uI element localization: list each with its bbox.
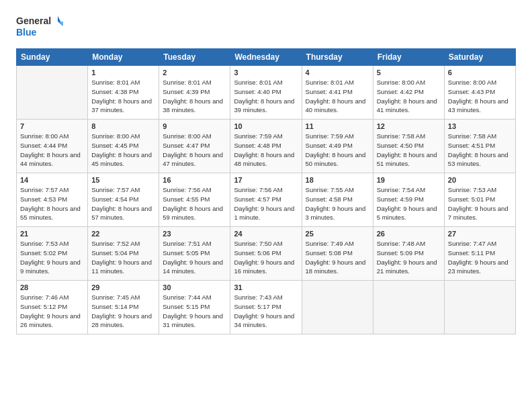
- day-number: 11: [306, 122, 369, 130]
- calendar-cell: 28Sunrise: 7:46 AMSunset: 5:12 PMDayligh…: [17, 281, 88, 334]
- day-number: 22: [91, 230, 155, 238]
- day-info: Sunrise: 7:58 AMSunset: 4:51 PMDaylight:…: [448, 132, 512, 169]
- calendar-cell: [444, 281, 515, 334]
- day-number: 7: [20, 122, 84, 130]
- day-info: Sunrise: 7:52 AMSunset: 5:04 PMDaylight:…: [91, 239, 155, 276]
- day-info: Sunrise: 7:50 AMSunset: 5:06 PMDaylight:…: [234, 239, 298, 276]
- calendar-table: SundayMondayTuesdayWednesdayThursdayFrid…: [16, 48, 516, 334]
- calendar-cell: 11Sunrise: 7:59 AMSunset: 4:49 PMDayligh…: [302, 120, 373, 173]
- calendar-cell: 3Sunrise: 8:01 AMSunset: 4:40 PMDaylight…: [230, 66, 302, 120]
- day-info: Sunrise: 7:47 AMSunset: 5:11 PMDaylight:…: [448, 239, 512, 276]
- calendar-cell: 30Sunrise: 7:44 AMSunset: 5:15 PMDayligh…: [159, 281, 230, 334]
- day-number: 15: [91, 176, 155, 184]
- calendar-cell: 14Sunrise: 7:57 AMSunset: 4:53 PMDayligh…: [17, 173, 88, 227]
- day-info: Sunrise: 7:51 AMSunset: 5:05 PMDaylight:…: [163, 239, 226, 276]
- calendar-cell: 22Sunrise: 7:52 AMSunset: 5:04 PMDayligh…: [88, 227, 159, 281]
- day-info: Sunrise: 7:48 AMSunset: 5:09 PMDaylight:…: [377, 239, 441, 276]
- day-number: 23: [163, 230, 226, 238]
- day-info: Sunrise: 7:57 AMSunset: 4:54 PMDaylight:…: [91, 185, 155, 222]
- day-info: Sunrise: 7:56 AMSunset: 4:57 PMDaylight:…: [234, 185, 298, 222]
- day-number: 29: [91, 283, 155, 291]
- calendar-cell: 15Sunrise: 7:57 AMSunset: 4:54 PMDayligh…: [88, 173, 159, 227]
- calendar-cell: [302, 281, 373, 334]
- day-number: 28: [20, 283, 84, 291]
- day-info: Sunrise: 7:55 AMSunset: 4:58 PMDaylight:…: [306, 185, 369, 222]
- weekday-header-saturday: Saturday: [444, 49, 515, 66]
- day-number: 18: [306, 176, 369, 184]
- day-number: 17: [234, 176, 298, 184]
- calendar-cell: 26Sunrise: 7:48 AMSunset: 5:09 PMDayligh…: [373, 227, 444, 281]
- calendar-cell: 18Sunrise: 7:55 AMSunset: 4:58 PMDayligh…: [302, 173, 373, 227]
- calendar-cell: 7Sunrise: 8:00 AMSunset: 4:44 PMDaylight…: [17, 120, 88, 173]
- day-info: Sunrise: 8:00 AMSunset: 4:45 PMDaylight:…: [91, 132, 155, 169]
- calendar-cell: 12Sunrise: 7:58 AMSunset: 4:50 PMDayligh…: [373, 120, 444, 173]
- day-info: Sunrise: 7:54 AMSunset: 4:59 PMDaylight:…: [377, 185, 441, 222]
- calendar-cell: 17Sunrise: 7:56 AMSunset: 4:57 PMDayligh…: [230, 173, 302, 227]
- day-number: 3: [234, 68, 298, 77]
- calendar-cell: [17, 66, 88, 120]
- day-info: Sunrise: 8:01 AMSunset: 4:40 PMDaylight:…: [234, 78, 298, 115]
- logo-svg: General Blue: [16, 13, 63, 39]
- day-info: Sunrise: 7:59 AMSunset: 4:49 PMDaylight:…: [306, 132, 369, 169]
- calendar-cell: 20Sunrise: 7:53 AMSunset: 5:01 PMDayligh…: [444, 173, 515, 227]
- header: General Blue: [16, 13, 516, 39]
- day-number: 30: [163, 283, 226, 291]
- calendar-cell: 13Sunrise: 7:58 AMSunset: 4:51 PMDayligh…: [444, 120, 515, 173]
- calendar-cell: 27Sunrise: 7:47 AMSunset: 5:11 PMDayligh…: [444, 227, 515, 281]
- day-number: 6: [448, 68, 512, 77]
- day-number: 9: [163, 122, 226, 130]
- day-info: Sunrise: 8:01 AMSunset: 4:41 PMDaylight:…: [306, 78, 369, 115]
- day-number: 16: [163, 176, 226, 184]
- day-info: Sunrise: 8:00 AMSunset: 4:43 PMDaylight:…: [448, 78, 512, 115]
- calendar-cell: 19Sunrise: 7:54 AMSunset: 4:59 PMDayligh…: [373, 173, 444, 227]
- calendar-cell: 1Sunrise: 8:01 AMSunset: 4:38 PMDaylight…: [88, 66, 159, 120]
- calendar-week-row: 28Sunrise: 7:46 AMSunset: 5:12 PMDayligh…: [17, 281, 516, 334]
- svg-text:Blue: Blue: [16, 27, 37, 38]
- calendar-week-row: 1Sunrise: 8:01 AMSunset: 4:38 PMDaylight…: [17, 66, 516, 120]
- weekday-header-tuesday: Tuesday: [159, 49, 230, 66]
- day-info: Sunrise: 7:57 AMSunset: 4:53 PMDaylight:…: [20, 185, 84, 222]
- calendar-week-row: 7Sunrise: 8:00 AMSunset: 4:44 PMDaylight…: [17, 120, 516, 173]
- calendar-cell: 21Sunrise: 7:53 AMSunset: 5:02 PMDayligh…: [17, 227, 88, 281]
- day-info: Sunrise: 8:01 AMSunset: 4:38 PMDaylight:…: [91, 78, 155, 115]
- calendar-cell: 6Sunrise: 8:00 AMSunset: 4:43 PMDaylight…: [444, 66, 515, 120]
- calendar-cell: 8Sunrise: 8:00 AMSunset: 4:45 PMDaylight…: [88, 120, 159, 173]
- day-number: 2: [163, 68, 226, 77]
- svg-text:General: General: [16, 15, 51, 26]
- day-info: Sunrise: 7:44 AMSunset: 5:15 PMDaylight:…: [163, 293, 226, 330]
- calendar-cell: 4Sunrise: 8:01 AMSunset: 4:41 PMDaylight…: [302, 66, 373, 120]
- calendar-week-row: 21Sunrise: 7:53 AMSunset: 5:02 PMDayligh…: [17, 227, 516, 281]
- day-info: Sunrise: 7:53 AMSunset: 5:02 PMDaylight:…: [20, 239, 84, 276]
- day-info: Sunrise: 8:00 AMSunset: 4:47 PMDaylight:…: [163, 132, 226, 169]
- day-number: 24: [234, 230, 298, 238]
- weekday-header-wednesday: Wednesday: [230, 49, 302, 66]
- day-number: 31: [234, 283, 298, 291]
- day-number: 14: [20, 176, 84, 184]
- day-number: 20: [448, 176, 512, 184]
- weekday-header-monday: Monday: [88, 49, 159, 66]
- weekday-header-thursday: Thursday: [302, 49, 373, 66]
- page-container: General Blue SundayMondayTuesdayWednesda…: [0, 0, 532, 345]
- calendar-header-row: SundayMondayTuesdayWednesdayThursdayFrid…: [17, 49, 516, 66]
- calendar-cell: 2Sunrise: 8:01 AMSunset: 4:39 PMDaylight…: [159, 66, 230, 120]
- day-info: Sunrise: 7:58 AMSunset: 4:50 PMDaylight:…: [377, 132, 441, 169]
- calendar-cell: 25Sunrise: 7:49 AMSunset: 5:08 PMDayligh…: [302, 227, 373, 281]
- day-number: 12: [377, 122, 441, 130]
- day-info: Sunrise: 7:43 AMSunset: 5:17 PMDaylight:…: [234, 293, 298, 330]
- calendar-cell: 31Sunrise: 7:43 AMSunset: 5:17 PMDayligh…: [230, 281, 302, 334]
- day-info: Sunrise: 8:00 AMSunset: 4:42 PMDaylight:…: [377, 78, 441, 115]
- calendar-cell: 9Sunrise: 8:00 AMSunset: 4:47 PMDaylight…: [159, 120, 230, 173]
- calendar-cell: [373, 281, 444, 334]
- day-number: 5: [377, 68, 441, 77]
- calendar-body: 1Sunrise: 8:01 AMSunset: 4:38 PMDaylight…: [17, 66, 516, 334]
- day-number: 8: [91, 122, 155, 130]
- day-info: Sunrise: 7:49 AMSunset: 5:08 PMDaylight:…: [306, 239, 369, 276]
- day-info: Sunrise: 7:56 AMSunset: 4:55 PMDaylight:…: [163, 185, 226, 222]
- calendar-cell: 23Sunrise: 7:51 AMSunset: 5:05 PMDayligh…: [159, 227, 230, 281]
- calendar-cell: 5Sunrise: 8:00 AMSunset: 4:42 PMDaylight…: [373, 66, 444, 120]
- day-number: 13: [448, 122, 512, 130]
- day-number: 4: [306, 68, 369, 77]
- day-number: 21: [20, 230, 84, 238]
- day-number: 10: [234, 122, 298, 130]
- calendar-cell: 29Sunrise: 7:45 AMSunset: 5:14 PMDayligh…: [88, 281, 159, 334]
